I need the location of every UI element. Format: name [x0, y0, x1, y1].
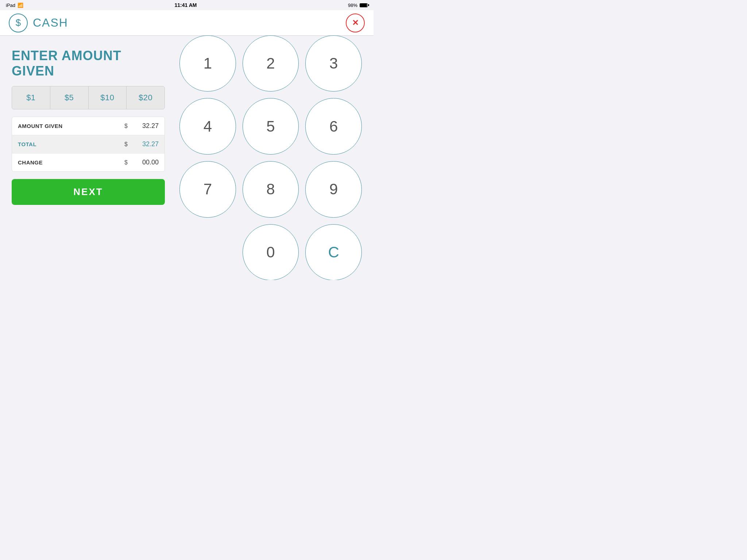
status-bar: iPad 📶 11:41 AM 98%: [0, 0, 374, 10]
key-2-button[interactable]: 2: [243, 35, 299, 92]
app-title: CASH: [33, 16, 68, 30]
amount-table: AMOUNT GIVEN $ 32.27 TOTAL $ 32.27 CHANG…: [12, 117, 165, 172]
status-time: 11:41 AM: [175, 2, 197, 8]
key-8-button[interactable]: 8: [243, 161, 299, 218]
numpad: 1 2 3 4 5 6 7 8 9 0 C: [179, 35, 362, 280]
quick-amounts-row: $1 $5 $10 $20: [12, 86, 165, 109]
status-right: 98%: [348, 3, 368, 8]
amount-given-value: 32.27: [133, 122, 159, 130]
key-4-button[interactable]: 4: [179, 98, 236, 155]
right-panel: 1 2 3 4 5 6 7 8 9 0 C: [179, 44, 362, 271]
amount-given-currency: $: [124, 123, 130, 129]
header: $ CASH ✕: [0, 10, 374, 36]
change-value: 00.00: [133, 159, 159, 166]
quick-5-button[interactable]: $5: [50, 86, 89, 109]
left-panel: ENTER AMOUNT GIVEN $1 $5 $10 $20 AMOUNT …: [12, 44, 165, 271]
change-currency: $: [124, 159, 130, 166]
amount-given-row: AMOUNT GIVEN $ 32.27: [12, 117, 165, 135]
quick-1-button[interactable]: $1: [12, 86, 50, 109]
device-label: iPad: [6, 3, 15, 8]
header-left: $ CASH: [9, 13, 68, 32]
total-value: 32.27: [133, 140, 159, 148]
key-7-button[interactable]: 7: [179, 161, 236, 218]
close-button[interactable]: ✕: [346, 13, 365, 32]
main-content: ENTER AMOUNT GIVEN $1 $5 $10 $20 AMOUNT …: [0, 36, 374, 280]
key-1-button[interactable]: 1: [179, 35, 236, 92]
battery-percent: 98%: [348, 3, 357, 8]
amount-given-label: AMOUNT GIVEN: [18, 123, 124, 129]
key-0-button[interactable]: 0: [243, 224, 299, 280]
next-button[interactable]: NEXT: [12, 179, 165, 205]
total-currency: $: [124, 141, 130, 148]
key-clear-button[interactable]: C: [305, 224, 362, 280]
dollar-circle-icon: $: [9, 13, 28, 32]
total-row: TOTAL $ 32.27: [12, 135, 165, 153]
key-9-button[interactable]: 9: [305, 161, 362, 218]
status-left: iPad 📶: [6, 3, 23, 8]
change-label: CHANGE: [18, 159, 124, 166]
quick-20-button[interactable]: $20: [127, 86, 165, 109]
enter-amount-label: ENTER AMOUNT GIVEN: [12, 48, 165, 79]
total-label: TOTAL: [18, 141, 124, 147]
battery-icon: [360, 3, 368, 7]
key-6-button[interactable]: 6: [305, 98, 362, 155]
key-5-button[interactable]: 5: [243, 98, 299, 155]
wifi-icon: 📶: [18, 3, 23, 8]
quick-10-button[interactable]: $10: [89, 86, 127, 109]
change-row: CHANGE $ 00.00: [12, 153, 165, 171]
close-icon: ✕: [352, 18, 359, 28]
key-3-button[interactable]: 3: [305, 35, 362, 92]
